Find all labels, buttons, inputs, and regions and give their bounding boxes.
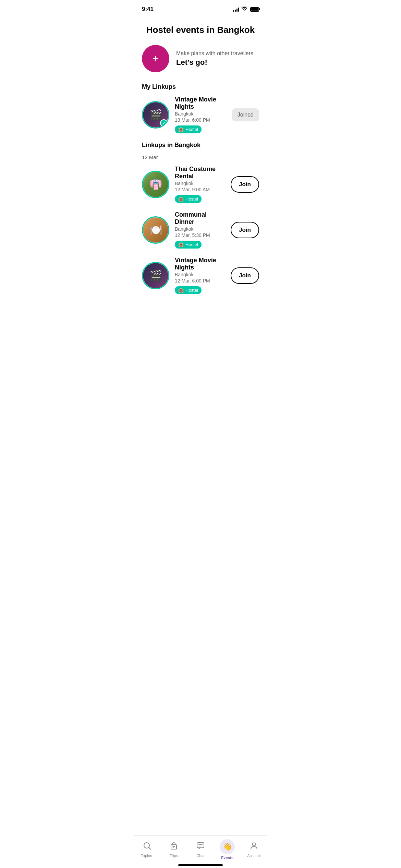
signal-icon bbox=[233, 7, 239, 12]
event-image-inner: 🎬 bbox=[143, 263, 168, 288]
event-info: Vintage Movie Nights Bangkok 13 Mar, 6:0… bbox=[175, 96, 227, 133]
create-linkup-button[interactable]: + bbox=[142, 45, 169, 72]
battery-icon bbox=[250, 7, 259, 12]
join-action: Join bbox=[231, 267, 259, 284]
status-icons bbox=[233, 7, 259, 12]
status-time: 9:41 bbox=[142, 6, 154, 13]
event-image-emoji: 🍽️ bbox=[143, 217, 168, 243]
wifi-icon bbox=[241, 7, 247, 12]
event-datetime: 12 Mar, 9:00 AM bbox=[175, 187, 225, 192]
event-name: Communal Dinner bbox=[175, 211, 225, 226]
event-image: 🎬 bbox=[142, 101, 169, 129]
joined-action: Joined bbox=[232, 108, 259, 121]
hostel-icon: 🏨 bbox=[178, 242, 184, 247]
join-action: Join bbox=[231, 222, 259, 238]
plus-icon: + bbox=[153, 53, 159, 64]
status-bar: 9:41 bbox=[134, 0, 267, 16]
join-button[interactable]: Join bbox=[231, 267, 259, 284]
create-text: Make plans with other travellers. Let's … bbox=[176, 50, 259, 67]
hostel-label: Hostel bbox=[185, 288, 198, 293]
event-name: Vintage Movie Nights bbox=[175, 257, 225, 271]
event-image: 🍽️ bbox=[142, 216, 169, 244]
main-content: Hostel events in Bangkok + Make plans wi… bbox=[134, 25, 267, 333]
event-location: Bangkok bbox=[175, 111, 227, 117]
hostel-badge: 🏨 Hostel bbox=[175, 195, 202, 203]
event-location: Bangkok bbox=[175, 226, 225, 232]
event-location: Bangkok bbox=[175, 272, 225, 277]
my-linkups-header: My Linkups bbox=[142, 83, 259, 91]
event-info: Thai Costume Rental Bangkok 12 Mar, 9:00… bbox=[175, 166, 225, 203]
event-info: Vintage Movie Nights Bangkok 12 Mar, 6:0… bbox=[175, 257, 225, 294]
list-item: 🍽️ Communal Dinner Bangkok 12 Mar, 5:30 … bbox=[142, 211, 259, 249]
linkups-in-bangkok-header: Linkups in Bangkok bbox=[142, 142, 259, 149]
joined-button[interactable]: Joined bbox=[232, 108, 259, 121]
join-button[interactable]: Join bbox=[231, 176, 259, 193]
list-item: 🎬 Vintage Movie Nights Bangkok 12 Mar, 6… bbox=[142, 257, 259, 294]
event-name: Vintage Movie Nights bbox=[175, 96, 227, 110]
event-image-inner: 🍽️ bbox=[143, 217, 168, 243]
hostel-icon: 🏨 bbox=[178, 288, 184, 293]
hostel-icon: 🏨 bbox=[178, 196, 184, 202]
hostel-label: Hostel bbox=[185, 196, 198, 202]
hostel-label: Hostel bbox=[185, 127, 198, 132]
event-image-emoji: 👘 bbox=[143, 172, 168, 197]
event-datetime: 12 Mar, 5:30 PM bbox=[175, 232, 225, 238]
hostel-badge: 🏨 Hostel bbox=[175, 125, 202, 133]
create-title: Let's go! bbox=[176, 58, 259, 67]
event-info: Communal Dinner Bangkok 12 Mar, 5:30 PM … bbox=[175, 211, 225, 249]
event-name: Thai Costume Rental bbox=[175, 166, 225, 180]
list-item: 🎬 Vintage Movie Nights Bangkok 13 Mar, 6… bbox=[142, 96, 259, 133]
checkmark-badge bbox=[160, 119, 168, 127]
hostel-label: Hostel bbox=[185, 242, 198, 247]
hostel-badge: 🏨 Hostel bbox=[175, 241, 202, 249]
page-title: Hostel events in Bangkok bbox=[142, 25, 259, 35]
list-item: 👘 Thai Costume Rental Bangkok 12 Mar, 9:… bbox=[142, 166, 259, 203]
event-image-emoji: 🎬 bbox=[143, 263, 168, 288]
join-button[interactable]: Join bbox=[231, 222, 259, 238]
event-location: Bangkok bbox=[175, 181, 225, 186]
event-image-inner: 👘 bbox=[143, 172, 168, 197]
hostel-icon: 🏨 bbox=[178, 127, 184, 132]
event-datetime: 12 Mar, 6:00 PM bbox=[175, 278, 225, 284]
event-image: 🎬 bbox=[142, 262, 169, 289]
date-divider: 12 Mar bbox=[142, 154, 259, 160]
create-subtitle: Make plans with other travellers. bbox=[176, 50, 259, 57]
event-image: 👘 bbox=[142, 171, 169, 198]
event-datetime: 13 Mar, 6:00 PM bbox=[175, 117, 227, 123]
hostel-badge: 🏨 Hostel bbox=[175, 286, 202, 294]
create-banner: + Make plans with other travellers. Let'… bbox=[142, 45, 259, 72]
join-action: Join bbox=[231, 176, 259, 193]
